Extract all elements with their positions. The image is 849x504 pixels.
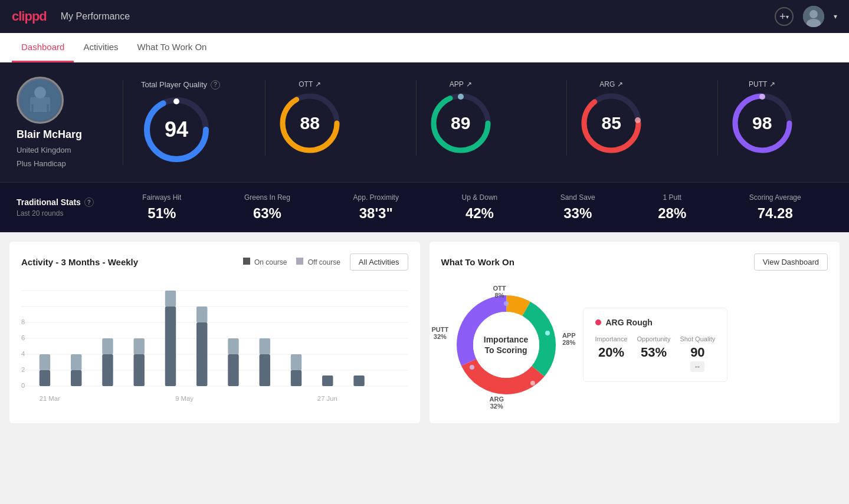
info-card-title: ARG Rough: [595, 318, 716, 327]
tab-activities[interactable]: Activities: [74, 33, 127, 62]
tab-dashboard[interactable]: Dashboard: [12, 33, 74, 62]
svg-text:6: 6: [21, 334, 25, 341]
activity-chart-panel: Activity - 3 Months - Weekly On course O…: [9, 242, 420, 423]
svg-text:21 Mar: 21 Mar: [40, 395, 60, 402]
info-card-dot: [595, 319, 601, 325]
svg-text:0: 0: [21, 382, 25, 389]
app-ring-item: APP ↗ 89: [416, 80, 505, 156]
activity-chart-title: Activity - 3 Months - Weekly: [21, 257, 138, 267]
arg-trend-icon: ↗: [617, 80, 623, 88]
tab-navigation: Dashboard Activities What To Work On: [0, 33, 849, 62]
wtwon-body: ImportanceTo Scoring OTT 8% APP 28% ARG …: [441, 280, 828, 410]
info-card-stats: Importance 20% Opportunity 53% Shot Qual…: [595, 335, 716, 372]
on-course-dot: [243, 258, 250, 265]
svg-point-21: [759, 94, 765, 100]
svg-point-15: [458, 94, 464, 100]
ott-trend-icon: ↗: [315, 80, 321, 88]
svg-point-18: [635, 117, 641, 123]
svg-rect-47: [228, 338, 238, 354]
putt-ring-item: PUTT ↗ 98: [717, 80, 807, 156]
ott-ring-item: OTT ↗ 88: [265, 80, 354, 156]
donut-label-app: APP 28%: [562, 332, 576, 346]
ott-label: OTT ↗: [299, 80, 321, 88]
page-title: My Performance: [61, 11, 130, 22]
svg-rect-49: [260, 338, 270, 354]
tab-what-to-work-on[interactable]: What To Work On: [128, 33, 217, 62]
svg-rect-50: [291, 370, 301, 386]
svg-point-61: [473, 312, 539, 378]
wtwon-header: What To Work On View Dashboard: [441, 253, 828, 271]
hero-section: Blair McHarg United Kingdom Plus Handica…: [0, 62, 849, 182]
svg-rect-48: [260, 354, 270, 386]
user-avatar[interactable]: [803, 6, 824, 27]
arg-rough-info-card: ARG Rough Importance 20% Opportunity 53%…: [583, 308, 728, 382]
plus-icon: +: [779, 11, 786, 23]
info-stat-opportunity: Opportunity 53%: [637, 335, 671, 372]
svg-point-65: [470, 365, 474, 370]
svg-point-10: [173, 98, 179, 104]
svg-rect-46: [228, 354, 238, 386]
svg-rect-39: [102, 338, 113, 354]
trad-stats-values: Fairways Hit 51% Greens In Reg 63% App. …: [111, 193, 832, 222]
add-button[interactable]: + ▾: [775, 7, 794, 26]
putt-trend-icon: ↗: [769, 80, 775, 88]
trad-stats-title: Traditional Stats ?: [17, 197, 111, 207]
activity-bar-chart: 0 2 4 6 8: [21, 280, 408, 410]
quality-area: Total Player Quality ? 94 O: [123, 80, 832, 165]
total-quality-ring: 94: [141, 94, 212, 165]
user-menu-chevron: ▾: [834, 12, 837, 21]
ott-value: 88: [300, 113, 320, 133]
trad-stat-proximity: App. Proximity 38'3": [353, 193, 399, 222]
svg-rect-42: [165, 307, 176, 386]
trad-stat-fairways: Fairways Hit 51%: [142, 193, 181, 222]
trad-stats-help-icon[interactable]: ?: [84, 197, 94, 207]
svg-text:4: 4: [21, 350, 25, 357]
trad-stat-oneputt: 1 Putt 28%: [658, 193, 686, 222]
bottom-panels: Activity - 3 Months - Weekly On course O…: [0, 232, 849, 433]
donut-label-ott: OTT 8%: [493, 285, 506, 299]
donut-label-putt: PUTT 32%: [432, 326, 449, 340]
tpq-help-icon[interactable]: ?: [211, 80, 220, 90]
putt-value: 98: [752, 113, 772, 133]
svg-rect-44: [196, 322, 207, 386]
player-info: Blair McHarg United Kingdom Plus Handica…: [17, 77, 123, 168]
svg-rect-45: [196, 307, 207, 322]
trad-stat-sandsave: Sand Save 33%: [560, 193, 595, 222]
player-name: Blair McHarg: [17, 129, 82, 141]
trad-stat-updown: Up & Down 42%: [462, 193, 498, 222]
player-avatar: [17, 77, 64, 124]
wtwon-title: What To Work On: [441, 257, 514, 267]
arg-value: 85: [602, 113, 621, 133]
topbar-actions: + ▾ ▾: [775, 6, 837, 27]
shot-quality-badge: ↔: [690, 361, 704, 372]
tpq-label: Total Player Quality ?: [141, 80, 220, 90]
player-row: Blair McHarg United Kingdom Plus Handica…: [17, 77, 832, 168]
app-ring: 89: [428, 91, 493, 156]
svg-rect-35: [40, 354, 50, 370]
svg-text:2: 2: [21, 366, 25, 373]
app-trend-icon: ↗: [466, 80, 472, 88]
svg-rect-52: [322, 375, 333, 386]
svg-rect-51: [291, 354, 301, 370]
info-stat-shot-quality: Shot Quality 90 ↔: [680, 335, 715, 372]
legend-on-course: On course: [243, 258, 287, 266]
activity-chart-area: 0 2 4 6 8: [21, 280, 408, 410]
off-course-dot: [296, 258, 303, 265]
player-handicap: Plus Handicap: [17, 159, 66, 168]
view-dashboard-button[interactable]: View Dashboard: [754, 253, 828, 271]
arg-ring-item: ARG ↗ 85: [566, 80, 655, 156]
player-country: United Kingdom: [17, 146, 71, 154]
svg-rect-36: [71, 370, 81, 386]
avatar-image: [803, 6, 824, 27]
putt-label: PUTT ↗: [749, 80, 775, 88]
trad-stats-label: Traditional Stats ? Last 20 rounds: [17, 197, 111, 218]
trad-stat-scoring: Scoring Average 74.28: [749, 193, 801, 222]
app-label: APP ↗: [450, 80, 472, 88]
svg-rect-43: [165, 291, 176, 307]
all-activities-button[interactable]: All Activities: [350, 253, 408, 271]
app-value: 89: [451, 113, 470, 133]
topbar: clippd My Performance + ▾ ▾: [0, 0, 849, 33]
svg-rect-34: [40, 370, 50, 386]
svg-point-64: [530, 381, 535, 386]
svg-rect-40: [134, 354, 145, 386]
